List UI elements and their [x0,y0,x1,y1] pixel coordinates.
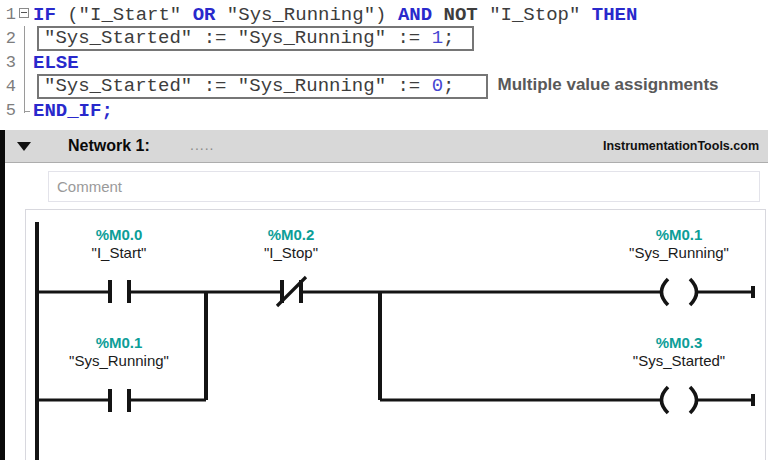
scl-code-editor[interactable]: 1 IF ("I_Start" OR "Sys_Running") AND NO… [0,3,768,122]
line-number: 3 [0,53,16,72]
fold-column [16,51,33,74]
code-text: ELSE [33,52,79,74]
tag-label-sys-running-coil[interactable]: "Sys_Running" [629,245,729,261]
number-literal: 1 [432,27,443,49]
coil-sys-started[interactable] [662,387,697,413]
line-number: 5 [0,101,16,120]
code-token: ; [443,75,454,97]
code-line-5[interactable]: 5 END_IF; [0,99,768,122]
comment-placeholder: Comment [57,178,122,195]
line-number: 1 [0,5,16,24]
address-label-sys-running-coil[interactable]: %M0.1 [656,227,703,243]
contact-i-start[interactable] [110,280,129,303]
tag-label-sys-running-contact[interactable]: "Sys_Running" [69,353,169,369]
network-title-dots[interactable]: ..... [190,130,214,160]
network-comment-field[interactable]: Comment [48,171,760,202]
code-token: "I_Stop" [478,4,592,26]
code-token [432,4,443,26]
tag-label-i-start[interactable]: "I_Start" [92,245,147,261]
watermark: InstrumentationTools.com [603,130,759,162]
coil-sys-running[interactable] [662,279,697,305]
address-label-sys-running-contact[interactable]: %M0.1 [96,335,143,351]
fold-guide-line [24,74,25,99]
number-literal: 0 [432,75,443,97]
code-token: ("I_Start" [56,4,193,26]
tia-portal-editor: 1 IF ("I_Start" OR "Sys_Running") AND NO… [0,0,768,460]
code-line-2[interactable]: 2 "Sys_Started" := "Sys_Running" := 1; [0,26,768,51]
code-text: IF ("I_Start" OR "Sys_Running") AND NOT … [33,4,637,26]
line-number: 2 [0,29,16,48]
address-label-sys-started[interactable]: %M0.3 [656,335,703,351]
code-token: ; [443,27,454,49]
code-text: "Sys_Started" := "Sys_Running" := 0;Mult… [33,74,719,99]
fold-column [16,74,33,99]
tag-label-i-stop[interactable]: "I_Stop" [264,245,318,261]
fold-guide-line [24,26,25,51]
tag-label-sys-started[interactable]: "Sys_Started" [633,353,725,369]
keyword-not: NOT [444,4,478,26]
code-line-3[interactable]: 3 ELSE [0,51,768,74]
line-number: 4 [0,77,16,96]
contact-i-stop-nc[interactable] [277,277,306,306]
highlight-box: "Sys_Started" := "Sys_Running" := 1; [37,26,474,51]
collapse-triangle-icon[interactable] [17,142,31,151]
fold-guide-line-end [24,99,25,113]
network-title: Network 1: [68,130,150,162]
code-text: END_IF; [33,100,113,122]
keyword-or: OR [193,4,216,26]
keyword-then: THEN [592,4,638,26]
contact-sys-running[interactable] [110,389,129,412]
network-header[interactable]: Network 1: ..... InstrumentationTools.co… [0,130,768,163]
collapse-toggle-icon[interactable] [19,8,29,18]
code-token: "Sys_Started" := "Sys_Running" := [44,27,432,49]
keyword-if: IF [33,4,56,26]
annotation-text: Multiple value assignments [497,75,718,95]
address-label-i-start[interactable]: %M0.0 [96,227,143,243]
fold-guide-line [24,51,25,74]
code-text: "Sys_Started" := "Sys_Running" := 1; [33,26,474,51]
keyword-and: AND [398,4,432,26]
highlight-box: "Sys_Started" := "Sys_Running" := 0; [37,74,488,99]
fold-column [16,99,33,122]
address-label-i-stop[interactable]: %M0.2 [268,227,315,243]
fold-column [16,3,33,26]
code-token: "Sys_Running") [215,4,397,26]
fold-column [16,26,33,51]
keyword-else: ELSE [33,52,79,74]
code-line-1[interactable]: 1 IF ("I_Start" OR "Sys_Running") AND NO… [0,3,768,26]
code-token: "Sys_Started" := "Sys_Running" := [44,75,432,97]
code-line-4[interactable]: 4 "Sys_Started" := "Sys_Running" := 0;Mu… [0,74,768,99]
keyword-end-if: END_IF; [33,100,113,122]
